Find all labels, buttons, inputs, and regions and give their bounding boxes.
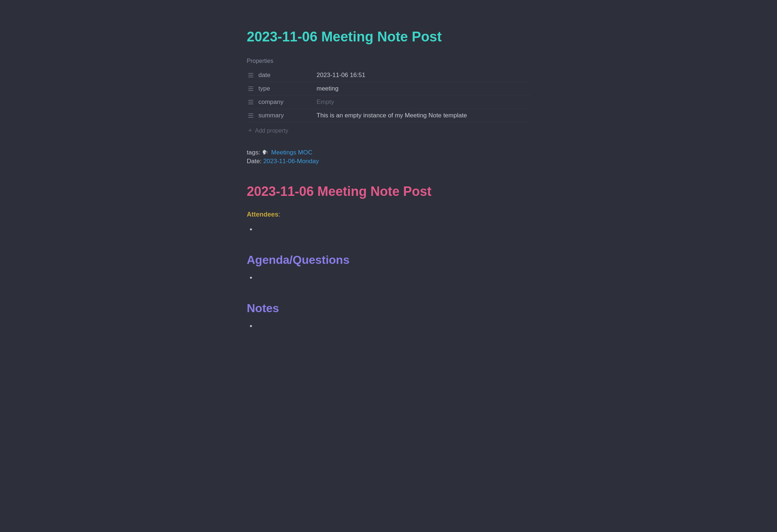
properties-section: Properties date 2023-11-06 16:51 <box>247 58 530 137</box>
drag-icon-date <box>248 73 255 77</box>
attendees-label: Attendees <box>247 211 278 218</box>
agenda-heading: Agenda/Questions <box>247 253 530 267</box>
property-value-company: Empty <box>317 98 334 106</box>
bullet-dot-notes: • <box>250 321 252 331</box>
drag-icon-type <box>248 86 255 91</box>
notes-section: Notes • <box>247 302 530 332</box>
attendees-section: Attendees: • <box>247 211 530 236</box>
property-value-type: meeting <box>317 85 338 92</box>
page-container: 2023-11-06 Meeting Note Post Properties … <box>225 15 552 347</box>
properties-label: Properties <box>247 58 530 64</box>
date-value[interactable]: 2023-11-06-Monday <box>263 158 319 165</box>
tags-line: tags: 🗣 Meetings MOC <box>247 149 530 156</box>
add-property-label: Add property <box>255 128 289 134</box>
notes-heading: Notes <box>247 302 530 315</box>
tag-emoji: 🗣 <box>262 149 268 156</box>
attendees-colon: : <box>278 211 280 218</box>
drag-icon-summary <box>248 113 255 118</box>
date-line: Date: 2023-11-06-Monday <box>247 158 530 165</box>
property-name-company: company <box>258 98 317 106</box>
property-name-date: date <box>258 72 317 79</box>
bullet-dot-attendees: • <box>250 224 252 234</box>
agenda-bullet-item: • <box>247 271 530 284</box>
drag-icon-company <box>248 100 255 104</box>
plus-icon: + <box>248 127 252 134</box>
attendees-bullet-item: • <box>247 223 530 236</box>
property-value-date: 2023-11-06 16:51 <box>317 72 365 79</box>
property-name-type: type <box>258 85 317 92</box>
tags-value[interactable]: Meetings MOC <box>271 149 312 156</box>
property-row-summary[interactable]: summary This is an empty instance of my … <box>247 109 530 122</box>
property-row-date[interactable]: date 2023-11-06 16:51 <box>247 69 530 82</box>
second-title: 2023-11-06 Meeting Note Post <box>247 184 530 199</box>
add-property-button[interactable]: + Add property <box>247 124 530 137</box>
tags-section: tags: 🗣 Meetings MOC Date: 2023-11-06-Mo… <box>247 149 530 165</box>
notes-bullet-item: • <box>247 319 530 332</box>
tags-label: tags: <box>247 149 260 156</box>
main-title: 2023-11-06 Meeting Note Post <box>247 29 530 45</box>
property-row-type[interactable]: type meeting <box>247 82 530 96</box>
agenda-section: Agenda/Questions • <box>247 253 530 284</box>
property-name-summary: summary <box>258 112 317 119</box>
attendees-heading: Attendees: <box>247 211 530 218</box>
bullet-dot-agenda: • <box>250 273 252 283</box>
date-label: Date: <box>247 158 262 165</box>
property-row-company[interactable]: company Empty <box>247 96 530 109</box>
property-value-summary: This is an empty instance of my Meeting … <box>317 112 467 119</box>
